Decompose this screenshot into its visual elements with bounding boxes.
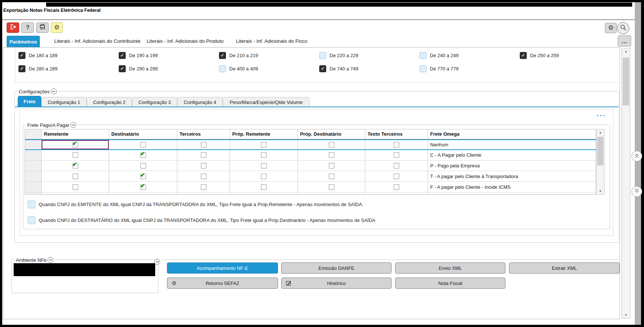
tab-parametros[interactable]: Parâmetros: [7, 36, 40, 47]
envio-xml-button[interactable]: Envio XML: [395, 262, 505, 274]
cell-remetente[interactable]: [42, 140, 109, 149]
cell-texto-terceiros[interactable]: [365, 161, 428, 171]
cell-remetente[interactable]: [42, 161, 109, 171]
table-row[interactable]: P - Pago pela Empresa: [25, 161, 596, 171]
config-tab-frete[interactable]: Frete: [18, 96, 41, 107]
grid-checkbox-icon[interactable]: [329, 142, 334, 147]
cell-prop-remetente[interactable]: [230, 140, 298, 149]
range-checkbox-240-249[interactable]: De 240 a 249: [420, 52, 459, 59]
grid-checkbox-icon[interactable]: [140, 163, 146, 168]
row-selector[interactable]: [25, 150, 42, 160]
grid-checkbox-icon[interactable]: [73, 174, 78, 179]
search-button[interactable]: [617, 22, 629, 34]
range-checkbox-250-259[interactable]: De 250 a 259: [520, 52, 559, 59]
cell-remetente[interactable]: [42, 182, 109, 192]
scroll-down-icon[interactable]: [596, 188, 604, 194]
scroll-up-icon[interactable]: [596, 129, 604, 136]
range-checkbox-210-219[interactable]: De 210 a 219: [219, 52, 258, 59]
grid-checkbox-icon[interactable]: [140, 142, 146, 147]
more-options-button[interactable]: ...: [618, 35, 631, 46]
config-tab-peso[interactable]: Peso/Marca/Espécie/Qtde Volume: [223, 97, 310, 107]
grid-checkbox-icon[interactable]: [261, 163, 267, 168]
grid-checkbox-icon[interactable]: [261, 174, 267, 179]
column-header-prop-destinatario[interactable]: Próp. Destinatário: [298, 129, 365, 139]
exit-button[interactable]: [7, 22, 19, 33]
config-tab-1[interactable]: Configuração 1: [41, 97, 87, 107]
cell-frete-omega[interactable]: F - A pagar pelo Cliente - Incide ICMS: [428, 182, 596, 192]
config-tab-3[interactable]: Configuração 3: [132, 97, 177, 107]
grid-checkbox-icon[interactable]: [329, 163, 334, 168]
column-header-frete-omega[interactable]: Frete Omega: [428, 129, 596, 139]
cell-destinatario[interactable]: [109, 182, 177, 192]
scrollbar-track[interactable]: [596, 136, 604, 188]
grid-checkbox-icon[interactable]: [201, 142, 206, 147]
collapse-icon[interactable]: [154, 259, 160, 265]
cell-terceiros[interactable]: [177, 150, 230, 160]
nota-fiscal-button[interactable]: Nota Fiscal: [395, 278, 505, 289]
scroll-down-icon[interactable]: [622, 312, 630, 318]
collapse-icon[interactable]: [48, 257, 53, 263]
cell-terceiros[interactable]: [177, 140, 230, 149]
cell-texto-terceiros[interactable]: [365, 182, 428, 192]
cell-prop-remetente[interactable]: [230, 171, 298, 181]
grid-checkbox-icon[interactable]: [140, 152, 146, 158]
config-tab-2[interactable]: Configuração 2: [87, 97, 132, 107]
grid-checkbox-icon[interactable]: [201, 152, 206, 158]
row-selector[interactable]: [25, 161, 42, 171]
collapse-icon[interactable]: [51, 88, 57, 94]
table-row[interactable]: T - A pagar pelo Cliente à Transportador…: [25, 171, 596, 182]
range-checkbox-290-299[interactable]: De 290 a 299: [119, 65, 158, 72]
cell-prop-destinatario[interactable]: [298, 171, 365, 181]
grid-checkbox-icon[interactable]: [140, 174, 146, 179]
grid-checkbox-icon[interactable]: [73, 152, 78, 158]
scroll-to-top-button[interactable]: [631, 151, 642, 161]
cell-destinatario[interactable]: [109, 150, 177, 160]
config-tab-4[interactable]: Configuração 4: [177, 97, 223, 107]
table-row[interactable]: F - A pagar pelo Cliente - Incide ICMS: [25, 182, 596, 192]
grid-checkbox-icon[interactable]: [394, 142, 399, 147]
preferences-button[interactable]: [605, 23, 617, 33]
row-selector[interactable]: [25, 182, 42, 192]
option-cnpj-emitente[interactable]: Quando CNPJ do EMITENTE do XML igual CNP…: [28, 201, 362, 208]
cell-terceiros[interactable]: [177, 171, 230, 181]
table-row[interactable]: C - A Pagar pelo Cliente: [25, 150, 596, 161]
cell-frete-omega[interactable]: C - A Pagar pelo Cliente: [428, 150, 596, 160]
cell-texto-terceiros[interactable]: [365, 140, 428, 149]
column-header-selector[interactable]: [25, 129, 42, 139]
cell-prop-remetente[interactable]: [230, 150, 298, 160]
cell-destinatario[interactable]: [109, 161, 177, 171]
help-button[interactable]: [21, 22, 34, 33]
cell-destinatario[interactable]: [109, 171, 177, 181]
grid-checkbox-icon[interactable]: [261, 142, 267, 147]
cell-prop-destinatario[interactable]: [298, 150, 365, 160]
grid-checkbox-icon[interactable]: [394, 152, 399, 158]
option-cnpj-destinatario[interactable]: Quando CNPJ do DESTINATÁRIO do XML igual…: [28, 217, 375, 223]
cell-destinatario[interactable]: [109, 140, 177, 149]
grid-checkbox-icon[interactable]: [140, 184, 146, 190]
cell-frete-omega[interactable]: P - Pago pela Empresa: [428, 161, 596, 171]
column-header-terceiros[interactable]: Terceiros: [177, 129, 230, 139]
grid-checkbox-icon[interactable]: [201, 163, 206, 168]
cell-prop-destinatario[interactable]: [298, 182, 365, 192]
table-scrollbar[interactable]: [596, 129, 605, 195]
cell-frete-omega[interactable]: T - A pagar pelo Cliente à Transportador…: [428, 171, 596, 181]
print-button[interactable]: [36, 22, 49, 33]
grid-checkbox-icon[interactable]: [329, 152, 334, 158]
grid-checkbox-icon[interactable]: [201, 174, 206, 179]
scrollbar-track[interactable]: [622, 55, 630, 312]
tab-literais-fisco[interactable]: Literais - Inf. Adicionais do Fisco: [236, 38, 307, 44]
range-checkbox-190-199[interactable]: De 190 a 199: [119, 52, 158, 59]
tab-literais-contribuinte[interactable]: Literais - Inf. Adicionais do Contribuin…: [54, 38, 140, 44]
table-row[interactable]: Nenhum: [25, 139, 596, 150]
cell-prop-remetente[interactable]: [230, 182, 298, 192]
grid-checkbox-icon[interactable]: [73, 142, 78, 147]
column-header-remetente[interactable]: Remetente: [42, 129, 109, 139]
range-checkbox-220-229[interactable]: De 220 a 229: [319, 52, 358, 59]
range-checkbox-400-409[interactable]: De 400 a 409: [219, 65, 258, 72]
scrollbar-thumb[interactable]: [623, 58, 629, 105]
retorno-sefaz-button[interactable]: Retorno SEFAZ: [167, 278, 278, 289]
grid-checkbox-icon[interactable]: [201, 184, 206, 190]
grid-checkbox-icon[interactable]: [261, 184, 267, 190]
scroll-up-icon[interactable]: [622, 48, 630, 55]
scroll-to-bottom-button[interactable]: [631, 186, 642, 197]
